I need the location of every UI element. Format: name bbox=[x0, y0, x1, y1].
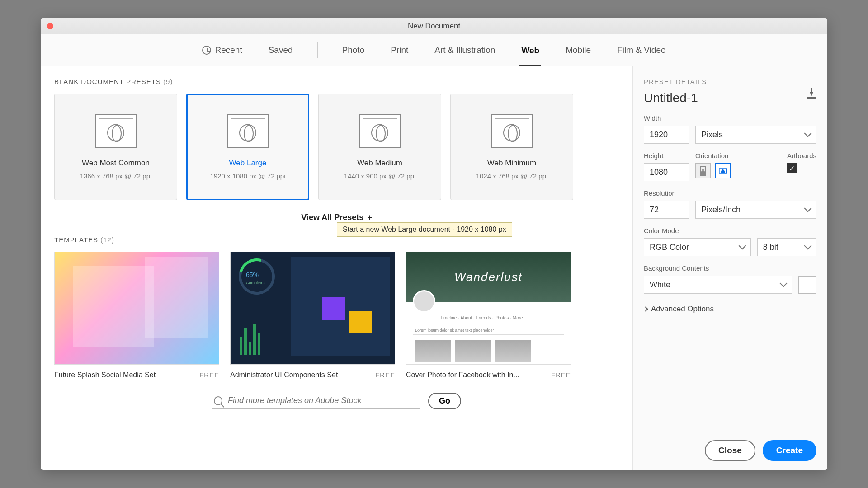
presets-heading: BLANK DOCUMENT PRESETS (9) bbox=[54, 78, 619, 85]
color-mode-label: Color Mode bbox=[644, 227, 816, 235]
template-label: Cover Photo for Facebook with In... FREE bbox=[406, 371, 571, 379]
window-close-button[interactable] bbox=[47, 23, 53, 29]
orientation-label: Orientation bbox=[695, 152, 731, 160]
preset-row: Web Most Common 1366 x 768 px @ 72 ppi W… bbox=[54, 94, 619, 200]
globe-icon bbox=[107, 124, 124, 141]
tab-recent[interactable]: Recent bbox=[200, 42, 244, 58]
preset-details-panel: PRESET DETAILS Untitled-1 Width 1920 Pix… bbox=[633, 66, 827, 470]
artboards-checkbox[interactable]: ✓ bbox=[787, 163, 797, 173]
tab-web[interactable]: Web bbox=[519, 43, 541, 66]
chevron-right-icon bbox=[643, 306, 648, 311]
plus-icon: + bbox=[367, 213, 372, 222]
orientation-landscape-button[interactable] bbox=[715, 163, 731, 178]
landscape-icon bbox=[719, 166, 727, 176]
template-thumbnail: 65%Completed bbox=[230, 252, 395, 365]
create-button[interactable]: Create bbox=[763, 440, 816, 461]
template-card[interactable]: Wanderlust Timeline · About · Friends · … bbox=[406, 252, 571, 379]
orientation-portrait-button[interactable] bbox=[695, 163, 711, 178]
details-heading: PRESET DETAILS bbox=[644, 78, 816, 85]
resolution-units-select[interactable]: Pixels/Inch bbox=[695, 201, 816, 219]
template-card[interactable]: 65%Completed Administrator UI Components… bbox=[230, 252, 395, 379]
search-bar: Go bbox=[54, 393, 619, 418]
preset-name: Web Medium bbox=[357, 159, 402, 168]
template-thumbnail: Wanderlust Timeline · About · Friends · … bbox=[406, 252, 571, 365]
preset-web-most-common[interactable]: Web Most Common 1366 x 768 px @ 72 ppi bbox=[54, 94, 177, 200]
document-icon bbox=[95, 114, 137, 148]
close-button[interactable]: Close bbox=[705, 440, 755, 461]
tab-mobile[interactable]: Mobile bbox=[564, 42, 593, 58]
preset-web-medium[interactable]: Web Medium 1440 x 900 px @ 72 ppi bbox=[318, 94, 441, 200]
tab-art-illustration[interactable]: Art & Illustration bbox=[433, 42, 497, 58]
preset-web-minimum[interactable]: Web Minimum 1024 x 768 px @ 72 ppi bbox=[450, 94, 573, 200]
resolution-input[interactable]: 72 bbox=[644, 201, 689, 219]
tab-print[interactable]: Print bbox=[389, 42, 410, 58]
go-button[interactable]: Go bbox=[428, 393, 461, 409]
titlebar: New Document bbox=[41, 18, 827, 34]
preset-web-large[interactable]: Web Large 868 x 488 px @ 72 ppi bbox=[186, 94, 309, 200]
chevron-down-icon bbox=[804, 242, 812, 250]
preset-name: Web Most Common bbox=[82, 159, 150, 168]
divider bbox=[317, 42, 318, 58]
templates-row: Future Splash Social Media Set FREE 65%C… bbox=[54, 252, 619, 379]
tab-saved[interactable]: Saved bbox=[267, 42, 295, 58]
preset-dims: 1024 x 768 px @ 72 ppi bbox=[476, 172, 548, 180]
chevron-down-icon bbox=[804, 205, 812, 212]
search-icon bbox=[214, 396, 222, 405]
search-box[interactable] bbox=[212, 393, 420, 409]
chevron-down-icon bbox=[738, 242, 746, 250]
preset-name: Web Large bbox=[229, 159, 267, 168]
globe-icon bbox=[239, 124, 256, 141]
template-card[interactable]: Future Splash Social Media Set FREE bbox=[54, 252, 219, 379]
height-label: Height bbox=[644, 152, 689, 160]
document-name-field[interactable]: Untitled-1 bbox=[644, 91, 698, 105]
main-panel: BLANK DOCUMENT PRESETS (9) Web Most Comm… bbox=[41, 66, 633, 470]
width-input[interactable]: 1920 bbox=[644, 126, 689, 144]
advanced-options-toggle[interactable]: Advanced Options bbox=[644, 305, 816, 314]
search-input[interactable] bbox=[228, 396, 418, 405]
tab-photo[interactable]: Photo bbox=[340, 42, 367, 58]
new-document-dialog: New Document Recent Saved Photo Print Ar… bbox=[41, 18, 827, 470]
template-thumbnail bbox=[54, 252, 219, 365]
portrait-icon bbox=[699, 166, 707, 176]
preset-dims: 868 x 488 px @ 72 ppi bbox=[210, 172, 285, 180]
category-tabs: Recent Saved Photo Print Art & Illustrat… bbox=[41, 34, 827, 66]
document-icon bbox=[227, 114, 269, 148]
dialog-footer: Close Create bbox=[644, 431, 816, 461]
template-label: Administrator UI Components Set FREE bbox=[230, 371, 395, 379]
color-mode-select[interactable]: RGB Color bbox=[644, 238, 751, 256]
height-input[interactable]: 1080 bbox=[644, 163, 689, 181]
preset-tooltip: Start a new Web Large document - 1920 x … bbox=[337, 222, 512, 237]
bg-color-swatch[interactable] bbox=[798, 276, 816, 294]
document-icon bbox=[491, 114, 533, 148]
recent-icon bbox=[202, 46, 211, 55]
download-preset-icon[interactable] bbox=[807, 97, 816, 99]
tab-film-video[interactable]: Film & Video bbox=[615, 42, 667, 58]
units-select[interactable]: Pixels bbox=[695, 126, 816, 144]
bg-contents-label: Background Contents bbox=[644, 264, 816, 272]
globe-icon bbox=[371, 124, 388, 141]
globe-icon bbox=[503, 124, 520, 141]
template-label: Future Splash Social Media Set FREE bbox=[54, 371, 219, 379]
bit-depth-select[interactable]: 8 bit bbox=[757, 238, 816, 256]
document-icon bbox=[359, 114, 401, 148]
preset-dims: 1440 x 900 px @ 72 ppi bbox=[344, 172, 416, 180]
templates-heading: TEMPLATES (12) bbox=[54, 236, 619, 244]
chevron-down-icon bbox=[780, 280, 788, 287]
artboards-label: Artboards bbox=[787, 152, 816, 160]
svg-point-1 bbox=[702, 169, 704, 170]
window-title: New Document bbox=[408, 22, 460, 31]
width-label: Width bbox=[644, 114, 816, 122]
chevron-down-icon bbox=[804, 130, 812, 137]
preset-dims: 1366 x 768 px @ 72 ppi bbox=[80, 172, 152, 180]
preset-name: Web Minimum bbox=[487, 159, 536, 168]
bg-contents-select[interactable]: White bbox=[644, 276, 792, 294]
resolution-label: Resolution bbox=[644, 189, 816, 197]
view-all-presets-button[interactable]: View All Presets+ bbox=[54, 213, 619, 222]
